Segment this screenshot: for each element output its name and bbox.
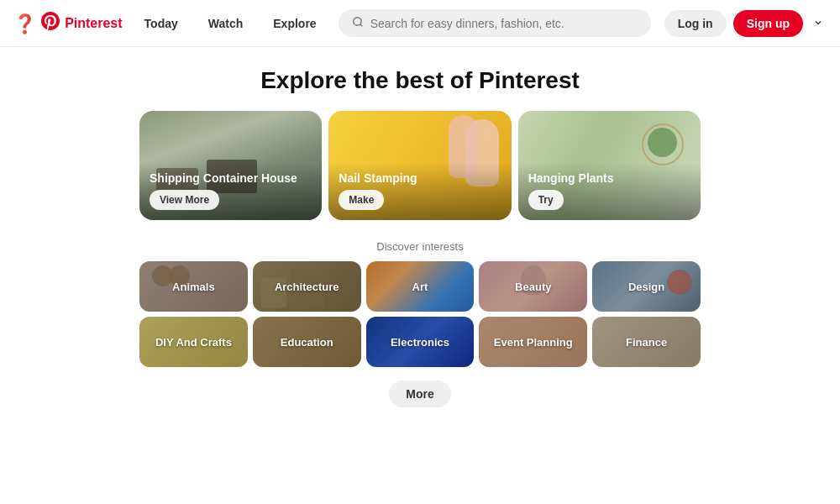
pinterest-logo-icon: ❓ <box>13 12 60 35</box>
interest-card-finance[interactable]: Finance <box>592 317 701 367</box>
interests-row-2: DIY And Crafts Education Electronics Eve… <box>139 317 701 367</box>
interest-card-electronics[interactable]: Electronics <box>366 317 475 367</box>
hanging-try-button[interactable]: Try <box>528 190 564 210</box>
chevron-down-button[interactable] <box>810 11 827 35</box>
hanging-card-title: Hanging Plants <box>528 171 690 185</box>
featured-card-shipping[interactable]: Shipping Container House View More <box>139 111 322 220</box>
finance-overlay: Finance <box>592 317 701 367</box>
svg-line-1 <box>360 24 362 27</box>
search-input[interactable] <box>370 17 638 30</box>
interest-card-education[interactable]: Education <box>253 317 361 367</box>
interest-card-architecture[interactable]: Architecture <box>253 261 361 312</box>
interest-card-diy[interactable]: DIY And Crafts <box>139 317 248 367</box>
events-label: Event Planning <box>494 336 573 349</box>
diy-label: DIY And Crafts <box>155 336 232 349</box>
electronics-label: Electronics <box>391 336 449 349</box>
main-content: Explore the best of Pinterest Shipping C… <box>0 47 840 407</box>
art-label: Art <box>412 281 428 293</box>
animals-overlay: Animals <box>139 261 248 312</box>
design-overlay: Design <box>592 261 701 312</box>
nail-make-button[interactable]: Make <box>339 190 384 210</box>
logo-text: Pinterest <box>65 16 122 31</box>
diy-overlay: DIY And Crafts <box>139 317 248 367</box>
featured-card-nail[interactable]: Nail Stamping Make <box>328 111 511 220</box>
pinterest-svg-icon <box>41 12 60 30</box>
education-overlay: Education <box>253 317 361 367</box>
interest-card-events[interactable]: Event Planning <box>479 317 587 367</box>
beauty-overlay: Beauty <box>479 261 587 312</box>
events-overlay: Event Planning <box>479 317 587 367</box>
nav-explore[interactable]: Explore <box>265 12 324 35</box>
search-icon <box>352 16 364 30</box>
interest-card-art[interactable]: Art <box>366 261 475 312</box>
svg-point-0 <box>353 18 360 25</box>
architecture-overlay: Architecture <box>253 261 361 312</box>
nav-watch[interactable]: Watch <box>200 12 251 35</box>
design-label: Design <box>628 281 664 293</box>
featured-row: Shipping Container House View More Nail … <box>139 111 701 220</box>
interest-card-design[interactable]: Design <box>592 261 701 312</box>
interest-card-beauty[interactable]: Beauty <box>479 261 587 312</box>
shipping-card-title: Shipping Container House <box>150 171 312 185</box>
education-label: Education <box>281 336 333 349</box>
navbar: ❓ Pinterest Today Watch Explore Log in S… <box>0 0 840 47</box>
featured-card-hanging[interactable]: Hanging Plants Try <box>518 111 701 220</box>
search-bar <box>339 9 651 37</box>
shipping-card-overlay: Shipping Container House View More <box>139 163 322 220</box>
interest-card-animals[interactable]: Animals <box>139 261 248 312</box>
animals-label: Animals <box>172 281 215 293</box>
logo[interactable]: ❓ Pinterest <box>13 12 123 35</box>
shipping-view-more-button[interactable]: View More <box>150 190 219 210</box>
architecture-label: Architecture <box>275 281 339 293</box>
finance-label: Finance <box>626 336 667 349</box>
signup-button[interactable]: Sign up <box>733 10 803 37</box>
nav-actions: Log in Sign up <box>664 10 827 37</box>
nail-card-overlay: Nail Stamping Make <box>328 163 511 220</box>
login-button[interactable]: Log in <box>664 10 727 37</box>
nail-card-title: Nail Stamping <box>339 171 501 185</box>
nav-today[interactable]: Today <box>136 12 186 35</box>
discover-label: Discover interests <box>376 240 463 253</box>
hanging-card-overlay: Hanging Plants Try <box>518 163 701 220</box>
art-overlay: Art <box>366 261 475 312</box>
electronics-overlay: Electronics <box>366 317 475 367</box>
more-button[interactable]: More <box>389 381 450 407</box>
page-title: Explore the best of Pinterest <box>260 67 580 94</box>
beauty-label: Beauty <box>515 281 551 293</box>
interests-row-1: Animals Architecture Art Beauty <box>139 261 701 312</box>
